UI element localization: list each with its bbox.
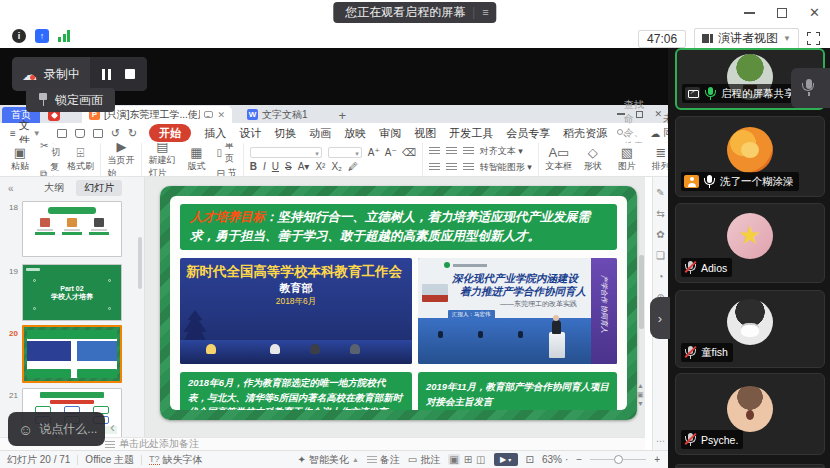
tab-view[interactable]: 视图 [414,126,436,141]
tab-insert[interactable]: 插入 [204,126,226,141]
slide-prev-next-buttons[interactable]: ▲▣▼ [637,382,644,407]
align-text-button[interactable]: 对齐文本 ▾ [480,145,523,158]
slide-thumbnail-18[interactable] [22,201,122,257]
slide-thumbnail-19[interactable]: Part 02 学校人才培养 [22,264,122,321]
emoji-icon[interactable]: ☺ [18,422,33,437]
underline-button[interactable]: U [272,161,279,172]
writer-doc-tab[interactable]: W 文字文稿1 [238,106,317,123]
superscript-button[interactable]: X² [315,161,325,172]
tab-member[interactable]: 会员专享 [506,126,550,141]
tab-developer[interactable]: 开发工具 [449,126,493,141]
section-button[interactable]: ⊟节 [216,167,236,177]
highlight-button[interactable]: 🖉 [348,161,358,172]
animation-pane-icon[interactable]: ⇆ [656,208,664,219]
font-color-button[interactable]: A▾ [298,161,310,172]
chat-quick-input[interactable]: ☺ 说点什么... [8,412,105,446]
smart-beautify-button[interactable]: ✦ 智能美化 ▲ [297,453,358,467]
theme-label[interactable]: Office 主题 [85,453,134,467]
lock-screen-tooltip[interactable]: 锁定画面 [26,88,115,112]
fullscreen-icon[interactable] [807,32,820,45]
arrange-button[interactable]: ≣排列 [647,146,668,173]
copy-button[interactable]: ⧉复制 [40,161,60,178]
strikethrough-button[interactable]: S [285,161,292,172]
indent-icon[interactable] [463,147,474,156]
new-slide-button[interactable]: ▤新建幻灯片 [148,143,176,177]
tab-transition[interactable]: 切换 [274,126,296,141]
export-icon[interactable] [75,129,85,138]
banner-options-icon[interactable]: ≡ [482,2,488,23]
more-panes-icon[interactable]: ⋯ [656,436,665,446]
panel-scrollbar[interactable] [138,237,142,289]
clear-format-button[interactable]: ⌫ [402,147,416,158]
bullet-list-icon[interactable] [429,147,440,156]
doc-tab-close-icon[interactable]: ✕ [217,110,225,120]
sorter-view-icon[interactable]: ⊞ [464,454,472,465]
tab-slideshow[interactable]: 放映 [344,126,366,141]
minimize-button[interactable] [744,12,755,14]
outline-tab[interactable]: 大纲 [36,180,72,196]
undo-icon[interactable]: ↺ [111,127,120,140]
zoom-slider[interactable] [590,459,646,460]
notes-toggle-button[interactable]: 备注 [367,453,400,467]
caption-left[interactable]: 2018年6月，作为教育部选定的唯一地方院校代表，与北大、清华等5所国内著名高校… [180,372,412,410]
zoom-slider-knob[interactable] [614,455,623,464]
reading-view-icon[interactable]: ◫ [476,454,485,465]
increase-font-button[interactable]: A⁺ [368,147,380,158]
panel-expand-handle[interactable]: › [650,297,670,339]
shapes-button[interactable]: ◇形状 [579,146,607,173]
italic-button[interactable]: I [263,161,266,172]
maximize-button[interactable] [777,8,787,18]
beautify-pane-icon[interactable]: ✿ [656,229,664,240]
redo-icon[interactable]: ↻ [128,127,137,140]
align-center-icon[interactable] [446,163,457,172]
missing-font-button[interactable]: T? 缺失字体 [149,453,203,467]
to-smart-graphic-button[interactable]: 转智能图形 ▾ [480,161,532,174]
panel-collapse-icon[interactable]: « [8,183,14,194]
chat-collapse-arrow[interactable]: ‹ [110,418,115,435]
single-page-button[interactable]: ▯单页 [216,143,236,165]
slide-thumbnail-20-current[interactable] [22,325,122,383]
zoom-level[interactable]: 63% · [542,454,568,465]
pause-recording-button[interactable] [102,69,111,80]
view-mode-button[interactable]: 演讲者视图 ▼ [694,28,799,49]
slides-tab[interactable]: 幻灯片 [76,180,122,196]
participant-tile[interactable]: 童fish [675,290,825,368]
slide-20[interactable]: 人才培养目标：坚持知行合一、立德树人，着力培养适应现代产业发展需求，勇于担当、善… [160,186,637,420]
normal-view-icon[interactable]: ▣ [448,454,459,465]
meeting-info-icon[interactable]: i [12,29,26,43]
bold-button[interactable]: B [250,161,257,172]
print-icon[interactable] [93,129,103,138]
picture-button[interactable]: ▧图片 [613,146,641,173]
format-painter-button[interactable]: ⌹格式刷 [66,146,94,173]
caption-right[interactable]: 2019年11月，教育部产学合作协同育人项目对接会主旨发言 [418,372,617,410]
align-right-icon[interactable] [463,163,474,172]
zoom-in-button[interactable]: + [654,454,660,465]
comment-bubble-icon[interactable] [204,111,213,118]
history-pane-icon[interactable]: ◔ [657,271,663,282]
save-icon[interactable] [57,129,67,138]
participant-tile[interactable]: Psyche. [675,373,825,455]
stop-recording-button[interactable] [125,69,135,79]
object-pane-icon[interactable]: ❏ [656,250,665,261]
close-button[interactable]: ✕ [809,8,820,18]
goal-text-banner[interactable]: 人才培养目标：坚持知行合一、立德树人，着力培养适应现代产业发展需求，勇于担当、善… [180,204,617,250]
left-photo[interactable]: 新时代全国高等学校本科教育工作会 教育部 2018年6月 [180,258,412,364]
participant-tile-partial[interactable] [675,464,825,468]
font-family-select[interactable] [250,147,322,158]
tab-home[interactable]: 开始 [149,124,191,142]
cut-button[interactable]: ✂剪切 [40,143,60,159]
participant-tile[interactable]: Adios [675,203,825,283]
font-size-select[interactable] [328,147,362,158]
subscript-button[interactable]: X₂ [331,161,342,172]
fit-window-icon[interactable]: ⊡ [526,454,534,465]
comment-toggle-button[interactable]: ▭ 批注 [408,453,440,467]
slideshow-play-button[interactable]: ▶▾ [494,453,518,466]
align-left-icon[interactable] [429,163,440,172]
number-list-icon[interactable] [446,147,457,156]
security-shield-icon[interactable]: ↑ [35,29,49,43]
new-tab-button[interactable]: + [339,108,347,123]
tab-animation[interactable]: 动画 [309,126,331,141]
tab-docer[interactable]: 稻壳资源 [563,126,607,141]
mic-control-popup[interactable] [791,68,830,108]
decrease-font-button[interactable]: A⁻ [385,147,397,158]
